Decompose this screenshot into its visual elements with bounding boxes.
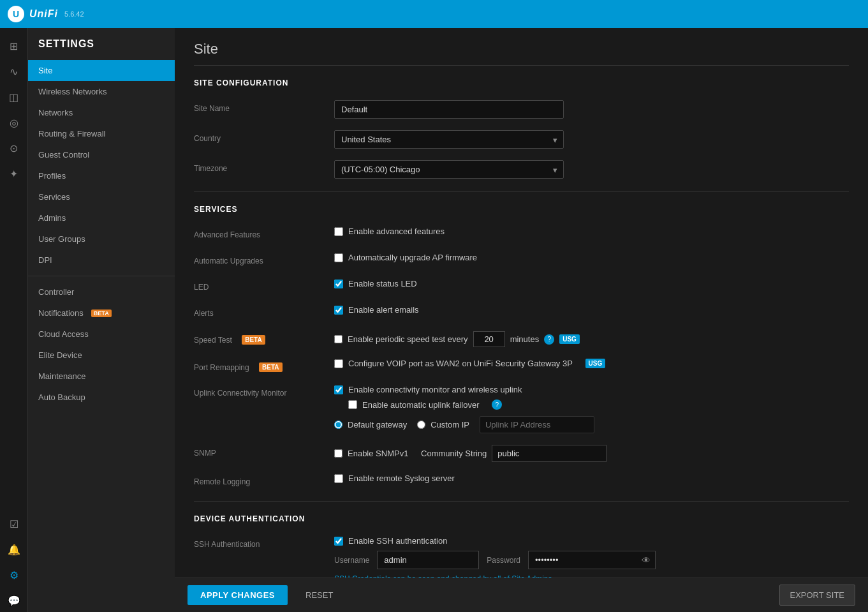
password-eye-icon[interactable]: 👁 (642, 555, 651, 565)
username-input[interactable] (377, 551, 479, 569)
advanced-features-row: Advanced Features Enable advanced featur… (194, 227, 849, 241)
timezone-select[interactable]: (UTC-05:00) Chicago (334, 160, 564, 179)
reset-button[interactable]: RESET (295, 585, 343, 605)
speed-test-label: Speed Test BETA (194, 331, 334, 345)
custom-ip-radio[interactable] (417, 421, 425, 429)
ssh-auth-checkbox[interactable] (334, 537, 343, 546)
sidebar-item-networks[interactable]: Networks (28, 102, 175, 123)
divider-1 (194, 191, 849, 192)
sidebar-item-wireless-networks[interactable]: Wireless Networks (28, 81, 175, 102)
clients-icon[interactable]: ⊙ (3, 137, 26, 160)
notifications-beta-badge: BETA (91, 310, 112, 317)
sidebar-item-user-groups[interactable]: User Groups (28, 228, 175, 250)
snmp-community-input[interactable] (492, 445, 607, 462)
tasks-icon[interactable]: ☑ (3, 512, 26, 535)
dashboard-icon[interactable]: ⊞ (3, 34, 26, 57)
sidebar-item-elite-device[interactable]: Elite Device (28, 345, 175, 366)
uplink-failover-checkbox[interactable] (348, 400, 357, 409)
speed-test-help-icon[interactable]: ? (544, 334, 554, 345)
alerts-checkbox[interactable] (334, 306, 343, 315)
sidebar-item-cloud-access[interactable]: Cloud Access (28, 324, 175, 345)
port-remap-beta-badge: BETA (259, 362, 282, 372)
ssh-credentials-row: Username Password 👁 (334, 551, 849, 569)
sidebar-item-profiles[interactable]: Profiles (28, 165, 175, 186)
remote-logging-row: Remote Logging Enable remote Syslog serv… (194, 474, 849, 488)
alerts-control: Enable alert emails (334, 305, 849, 320)
snmp-inner-row: Enable SNMPv1 Community String (334, 445, 849, 462)
apply-changes-button[interactable]: APPLY CHANGES (188, 585, 288, 605)
site-name-control (334, 100, 849, 119)
port-remap-checkbox[interactable] (334, 359, 343, 368)
port-remap-control: Configure VOIP port as WAN2 on UniFi Sec… (334, 359, 849, 373)
speed-test-minutes-input[interactable] (473, 331, 505, 347)
password-label: Password (487, 556, 520, 565)
uplink-ip-input[interactable] (480, 416, 594, 433)
snmp-community-label: Community String (421, 449, 487, 458)
uplink-failover-checkbox-row: Enable automatic uplink failover ? (348, 399, 849, 410)
speed-test-usg-badge: USG (559, 334, 580, 344)
led-text: Enable status LED (348, 279, 417, 288)
password-input[interactable] (528, 551, 656, 569)
uplink-monitor-checkbox[interactable] (334, 385, 343, 394)
sidebar-item-auto-backup[interactable]: Auto Backup (28, 387, 175, 408)
led-checkbox[interactable] (334, 280, 343, 288)
username-label: Username (334, 556, 369, 565)
custom-ip-radio-label[interactable]: Custom IP (417, 420, 469, 429)
main-layout: ⊞ ∿ ◫ ◎ ⊙ ✦ ☑ 🔔 ⚙ 💬 SETTINGS Site Wirele… (0, 28, 868, 612)
snmp-text: Enable SNMPv1 (348, 449, 408, 458)
snmp-checkbox[interactable] (334, 449, 342, 458)
alerts-text: Enable alert emails (348, 305, 419, 315)
settings-title: SETTINGS (28, 38, 175, 60)
advanced-features-checkbox[interactable] (334, 227, 343, 236)
port-remap-text: Configure VOIP port as WAN2 on UniFi Sec… (348, 359, 573, 368)
activity-icon[interactable]: ∿ (3, 60, 26, 83)
auto-upgrades-checkbox[interactable] (334, 253, 343, 262)
site-config-section-title: SITE CONFIGURATION (194, 78, 849, 87)
remote-logging-control: Enable remote Syslog server (334, 474, 849, 488)
speed-test-text: Enable periodic speed test every (348, 334, 468, 344)
devices-icon[interactable]: ◎ (3, 111, 26, 134)
auto-upgrades-control: Automatically upgrade AP firmware (334, 253, 849, 267)
export-site-button[interactable]: EXPORT SITE (779, 585, 856, 606)
uplink-failover-help-icon[interactable]: ? (492, 399, 502, 410)
page-title: Site (194, 41, 849, 66)
auto-upgrades-row: Automatic Upgrades Automatically upgrade… (194, 253, 849, 267)
port-remap-usg-badge: USG (585, 359, 606, 368)
default-gateway-radio[interactable] (334, 421, 342, 429)
alerts-checkbox-row: Enable alert emails (334, 305, 849, 315)
country-select-wrap: United States (334, 130, 564, 149)
advanced-features-control: Enable advanced features (334, 227, 849, 241)
uplink-monitor-row: Uplink Connectivity Monitor Enable conne… (194, 385, 849, 433)
snmp-row: SNMP Enable SNMPv1 Community String (194, 445, 849, 462)
advanced-features-text: Enable advanced features (348, 227, 445, 236)
uplink-monitor-text: Enable connectivity monitor and wireless… (348, 385, 522, 394)
sidebar-item-dpi[interactable]: DPI (28, 250, 175, 271)
alerts-icon[interactable]: 🔔 (3, 538, 26, 561)
chat-icon[interactable]: 💬 (3, 589, 26, 612)
map-icon[interactable]: ◫ (3, 86, 26, 108)
sidebar-item-admins[interactable]: Admins (28, 207, 175, 228)
services-section-title: SERVICES (194, 205, 849, 214)
country-select[interactable]: United States (334, 130, 564, 149)
version-label: 5.6.42 (64, 10, 84, 18)
sidebar-item-guest-control[interactable]: Guest Control (28, 144, 175, 165)
country-label: Country (194, 130, 334, 143)
custom-ip-label: Custom IP (430, 420, 469, 429)
sidebar-item-routing-firewall[interactable]: Routing & Firewall (28, 123, 175, 144)
insights-icon[interactable]: ✦ (3, 162, 26, 185)
led-row: LED Enable status LED (194, 279, 849, 294)
sidebar-item-notifications[interactable]: Notifications BETA (28, 302, 175, 324)
speed-test-checkbox[interactable] (334, 335, 342, 343)
uplink-monitor-control: Enable connectivity monitor and wireless… (334, 385, 849, 433)
advanced-features-checkbox-row: Enable advanced features (334, 227, 849, 236)
settings-nav-icon[interactable]: ⚙ (3, 563, 26, 586)
default-gateway-radio-label[interactable]: Default gateway (334, 420, 407, 429)
sidebar-item-controller[interactable]: Controller (28, 281, 175, 302)
sidebar-item-maintenance[interactable]: Maintenance (28, 366, 175, 387)
sidebar-item-site[interactable]: Site (28, 60, 175, 81)
remote-logging-checkbox[interactable] (334, 474, 343, 483)
snmp-label: SNMP (194, 445, 334, 458)
sidebar-item-services[interactable]: Services (28, 186, 175, 207)
site-name-input[interactable] (334, 100, 564, 119)
uplink-gateway-row: Default gateway Custom IP (334, 416, 849, 433)
